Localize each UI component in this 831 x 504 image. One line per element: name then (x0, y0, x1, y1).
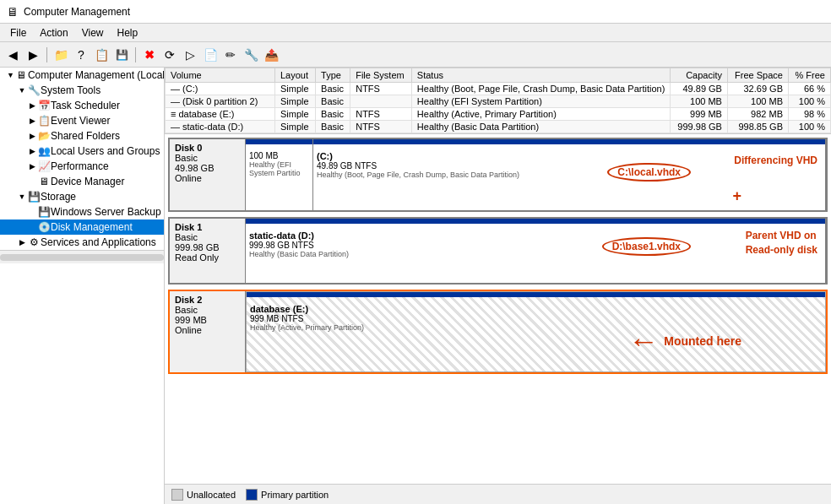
content-area: Volume Layout Type File System Status Ca… (165, 68, 831, 504)
expand-arrow-12[interactable]: ▶ (17, 237, 27, 247)
status-bar: Unallocated Primary partition (165, 484, 831, 504)
sidebar-item-disk-management[interactable]: ▶ 💿 Disk Management (0, 219, 164, 235)
device-manager-icon: 🖥 (37, 175, 51, 188)
edit-button[interactable]: ✏ (221, 46, 240, 64)
disk1-panel[interactable]: Disk 1 Basic 999.98 GB Read Only static-… (168, 217, 828, 285)
help-button[interactable]: ? (72, 46, 90, 64)
disk1-info: Disk 1 Basic 999.98 GB Read Only (170, 219, 246, 283)
table-row[interactable]: ≡ database (E:) Simple Basic NTFS Health… (166, 108, 831, 121)
expand-arrow-7[interactable]: ▶ (27, 161, 37, 171)
services-icon: ⚙ (27, 236, 41, 249)
menu-help[interactable]: Help (111, 25, 145, 40)
menu-action[interactable]: Action (33, 25, 74, 40)
expand-arrow-6[interactable]: ▶ (27, 146, 37, 156)
col-pctfree[interactable]: % Free (788, 68, 830, 83)
refresh-button[interactable]: ⟳ (160, 46, 179, 64)
legend-label-primary: Primary partition (261, 490, 329, 500)
volume-table: Volume Layout Type File System Status Ca… (165, 68, 831, 133)
disk0-differencing-label: Differencing VHD (734, 154, 817, 166)
disk0-size: 49.98 GB (175, 163, 240, 173)
back-button[interactable]: ◀ (3, 46, 22, 64)
col-type[interactable]: Type (316, 68, 350, 83)
layout-c: Simple (275, 83, 316, 95)
disk1-d-partition[interactable]: static-data (D:) 999.98 GB NTFS Healthy … (246, 219, 826, 283)
status-efi: Healthy (EFI System Partition) (411, 95, 670, 108)
system-tools-icon: 🔧 (27, 84, 41, 97)
freespace-e: 982 MB (727, 108, 788, 121)
menu-view[interactable]: View (75, 25, 111, 40)
disk0-status: Online (175, 173, 240, 183)
disk1-type: Basic (175, 232, 240, 242)
col-status[interactable]: Status (411, 68, 670, 83)
title-bar-text: Computer Management (24, 6, 130, 18)
forward-button[interactable]: ▶ (24, 46, 42, 64)
properties-button[interactable]: 🔧 (242, 46, 260, 64)
col-capacity[interactable]: Capacity (671, 68, 728, 83)
status-e: Healthy (Active, Primary Partition) (411, 108, 670, 121)
sidebar-item-storage[interactable]: ▼ 💾 Storage (0, 189, 164, 204)
col-layout[interactable]: Layout (275, 68, 316, 83)
freespace-efi: 100 MB (727, 95, 788, 108)
expand-arrow-2[interactable]: ▼ (17, 85, 27, 95)
legend-unallocated: Unallocated (171, 489, 236, 501)
expand-arrow-9[interactable]: ▼ (17, 192, 27, 202)
main-layout: ▼ 🖥 Computer Management (Local ▼ 🔧 Syste… (0, 68, 831, 504)
disk0-efi-partition[interactable]: 100 MB Healthy (EFI System Partitio (246, 139, 313, 210)
disk2-panel[interactable]: Disk 2 Basic 999 MB Online database (E:)… (168, 290, 828, 374)
delete-button[interactable]: ✖ (140, 46, 159, 64)
menu-file[interactable]: File (3, 25, 33, 40)
toolbar-separator-1 (46, 47, 47, 62)
sidebar-item-event-viewer[interactable]: ▶ 📋 Event Viewer (0, 113, 164, 128)
table-row[interactable]: — (Disk 0 partition 2) Simple Basic Heal… (166, 95, 831, 108)
export-button[interactable]: 📤 (262, 46, 280, 64)
save-button[interactable]: 💾 (112, 46, 131, 64)
pct-efi: 100 % (788, 95, 830, 108)
disk0-c-partition[interactable]: (C:) 49.89 GB NTFS Healthy (Boot, Page F… (313, 139, 826, 210)
list-button[interactable]: 📋 (92, 46, 111, 64)
efi-size: 100 MB (249, 151, 309, 160)
volume-e: ≡ database (E:) (166, 108, 275, 121)
folder-button[interactable]: 📁 (52, 46, 70, 64)
sidebar-item-local-users[interactable]: ▶ 👥 Local Users and Groups (0, 144, 164, 159)
layout-efi: Simple (275, 95, 316, 108)
menu-bar: File Action View Help (0, 24, 831, 42)
freespace-d: 998.85 GB (727, 121, 788, 133)
expand-arrow-3[interactable]: ▶ (27, 100, 37, 111)
disk1-title: Disk 1 (175, 222, 240, 232)
capacity-d: 999.98 GB (671, 121, 728, 133)
sidebar-item-system-tools[interactable]: ▼ 🔧 System Tools (0, 83, 164, 98)
partition-header-e (247, 292, 825, 297)
legend-box-primary (246, 489, 258, 501)
type-e: Basic (316, 108, 350, 121)
table-row[interactable]: — static-data (D:) Simple Basic NTFS Hea… (166, 121, 831, 133)
sidebar-item-computer-management[interactable]: ▼ 🖥 Computer Management (Local (0, 68, 164, 83)
col-filesystem[interactable]: File System (350, 68, 412, 83)
sidebar-item-windows-server-backup[interactable]: ▶ 💾 Windows Server Backup (0, 204, 164, 219)
expand-arrow-4[interactable]: ▶ (27, 116, 37, 126)
expand-arrow[interactable]: ▼ (7, 70, 14, 80)
volume-d: — static-data (D:) (166, 121, 275, 133)
sidebar-item-performance[interactable]: ▶ 📈 Performance (0, 159, 164, 174)
storage-icon: 💾 (27, 190, 41, 203)
disk-panels: Disk 0 Basic 49.98 GB Online 100 MB Heal… (165, 134, 831, 484)
doc-button[interactable]: 📄 (201, 46, 220, 64)
run-button[interactable]: ▷ (181, 46, 199, 64)
layout-d: Simple (275, 121, 316, 133)
sidebar-item-services-applications[interactable]: ▶ ⚙ Services and Applications (0, 235, 164, 250)
sidebar-item-task-scheduler[interactable]: ▶ 📅 Task Scheduler (0, 98, 164, 113)
fs-e: NTFS (350, 108, 412, 121)
sidebar: ▼ 🖥 Computer Management (Local ▼ 🔧 Syste… (0, 68, 165, 504)
toolbar: ◀ ▶ 📁 ? 📋 💾 ✖ ⟳ ▷ 📄 ✏ 🔧 📤 (0, 42, 831, 68)
sidebar-item-shared-folders[interactable]: ▶ 📂 Shared Folders (0, 128, 164, 144)
col-volume[interactable]: Volume (166, 68, 275, 83)
disk1-parent-label: Parent VHD on Read-only disk (746, 229, 817, 257)
sidebar-item-device-manager[interactable]: ▶ 🖥 Device Manager (0, 174, 164, 189)
expand-arrow-5[interactable]: ▶ (27, 131, 37, 141)
type-efi: Basic (316, 95, 350, 108)
sidebar-scrollbar[interactable] (0, 250, 164, 263)
col-freespace[interactable]: Free Space (727, 68, 788, 83)
table-row[interactable]: — (C:) Simple Basic NTFS Healthy (Boot, … (166, 83, 831, 95)
pct-c: 66 % (788, 83, 830, 95)
partition-header-c (313, 139, 825, 144)
disk0-panel[interactable]: Disk 0 Basic 49.98 GB Online 100 MB Heal… (168, 138, 828, 212)
